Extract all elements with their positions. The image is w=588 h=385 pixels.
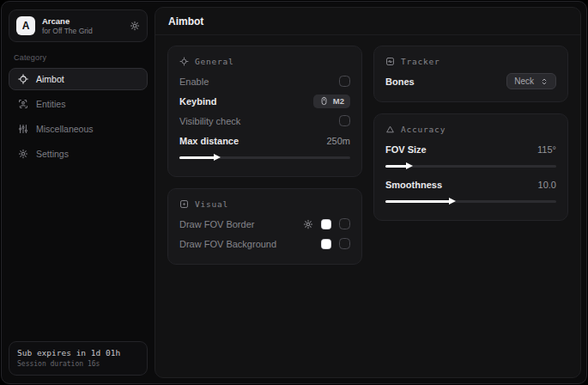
slider-fill [179,156,215,159]
visibility-check-label: Visibility check [179,116,240,126]
sidebar-item-miscellaneous[interactable]: Miscellaneous [9,118,148,140]
keybind-label: Keybind [179,96,216,107]
enable-label: Enable [179,76,209,87]
sidebar-item-label: Miscellaneous [36,124,94,134]
gear-icon [18,149,28,159]
tracker-card: Tracker Bones Neck [373,46,568,102]
bones-row: Bones Neck [385,71,556,91]
app-subtitle: for Off The Grid [42,27,93,36]
slider-fill [385,200,451,203]
visibility-check-checkbox[interactable] [339,115,350,126]
smoothness-slider[interactable] [385,197,556,206]
smoothness-label: Smoothness [385,180,442,190]
app-window: A Arcane for Off The Grid Category Aimbo… [1,1,587,384]
gear-icon[interactable] [303,219,313,229]
main-panel: Aimbot General [155,7,581,378]
draw-fov-border-checkbox[interactable] [339,218,350,229]
max-distance-row: Max distance 250m [179,131,350,150]
fov-size-value: 115° [537,144,556,155]
chevrons-up-down-icon [540,77,549,86]
sidebar-item-label: Entities [36,99,65,109]
keybind-value: M2 [333,96,344,106]
max-distance-slider[interactable] [179,153,350,162]
slider-fill [385,165,408,168]
sparkle-square-icon [179,199,189,209]
enable-row: Enable [179,71,350,91]
card-title: Visual [195,199,228,209]
fov-border-color-swatch[interactable] [321,219,331,229]
app-name: Arcane [42,16,93,27]
triangle-icon [385,125,395,134]
keybind-button[interactable]: M2 [313,95,350,108]
main-header: Aimbot [155,8,580,35]
keybind-row: Keybind M2 [179,91,350,111]
sidebar: A Arcane for Off The Grid Category Aimbo… [2,2,155,383]
draw-fov-border-row: Draw FOV Border [179,214,350,234]
fov-background-color-swatch[interactable] [321,239,331,249]
general-card: General Enable Keybind [167,46,362,177]
smoothness-value: 10.0 [538,180,556,190]
category-label: Category [14,53,142,62]
visual-card: Visual Draw FOV Border [167,188,362,265]
sidebar-item-label: Aimbot [36,74,64,84]
max-distance-value: 250m [326,136,350,146]
sidebar-item-label: Settings [36,149,69,159]
person-scan-icon [18,99,28,109]
mouse-icon [319,96,329,106]
crosshair-icon [18,74,28,84]
draw-fov-border-label: Draw FOV Border [179,219,254,229]
draw-fov-background-row: Draw FOV Background [179,234,350,254]
bones-label: Bones [385,76,415,87]
visibility-check-row: Visibility check [179,111,350,131]
bones-select[interactable]: Neck [506,73,556,89]
app-logo-card: A Arcane for Off The Grid [9,9,148,42]
max-distance-label: Max distance [179,136,239,146]
draw-fov-background-checkbox[interactable] [339,238,350,249]
slider-handle[interactable] [214,154,221,161]
card-title: Accuracy [401,125,446,134]
sub-expiry-text: Sub expires in 1d 01h [17,347,139,359]
page-title: Aimbot [168,15,203,28]
fov-size-label: FOV Size [385,144,427,155]
target-icon [179,57,189,66]
smoothness-row: Smoothness 10.0 [385,174,556,194]
bones-value: Neck [514,76,534,86]
sidebar-item-settings[interactable]: Settings [9,143,148,165]
subscription-info-card: Sub expires in 1d 01h Session duration 1… [9,341,148,376]
slider-handle[interactable] [406,162,413,169]
card-title: Tracker [401,57,440,66]
session-duration-text: Session duration 16s [17,359,139,370]
slider-handle[interactable] [449,198,456,205]
fov-size-row: FOV Size 115° [385,139,556,159]
gear-icon[interactable] [130,21,140,31]
app-logo: A [16,16,35,35]
enable-checkbox[interactable] [339,76,350,87]
sidebar-item-aimbot[interactable]: Aimbot [9,68,148,90]
card-title: General [195,57,234,66]
activity-square-icon [385,57,395,66]
sliders-icon [18,124,28,134]
fov-size-slider[interactable] [385,162,556,171]
sidebar-item-entities[interactable]: Entities [9,93,148,115]
draw-fov-background-label: Draw FOV Background [179,239,276,249]
accuracy-card: Accuracy FOV Size 115° Smoothness [373,113,568,221]
